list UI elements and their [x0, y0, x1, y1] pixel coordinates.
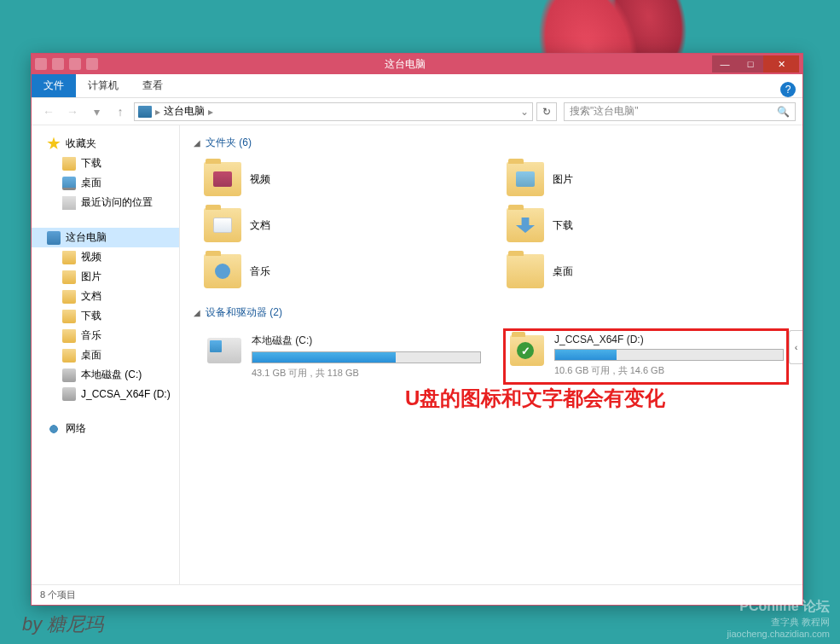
- folder-label: 文档: [250, 218, 270, 233]
- star-icon: [47, 137, 61, 151]
- address-bar[interactable]: ▸ 这台电脑 ▸ ⌄: [134, 102, 533, 121]
- nav-history-dropdown[interactable]: ▾: [86, 102, 107, 122]
- folder-item[interactable]: 音乐: [200, 251, 486, 292]
- minimize-button[interactable]: —: [712, 55, 738, 73]
- sidebar-item-label: 桌面: [81, 348, 101, 363]
- search-placeholder: 搜索"这台电脑": [570, 104, 639, 119]
- folder-icon: [204, 208, 241, 242]
- sidebar-item[interactable]: 下载: [32, 154, 179, 173]
- sidebar-network-label: 网络: [66, 421, 86, 436]
- maximize-button[interactable]: □: [738, 55, 763, 73]
- navigation-sidebar: 收藏夹 下载桌面最近访问的位置 这台电脑 视频图片文档下载音乐桌面本地磁盘 (C…: [32, 125, 180, 584]
- collapse-caret-icon: ◢: [194, 308, 200, 317]
- sidebar-network-header[interactable]: 网络: [32, 419, 179, 438]
- content-area: 收藏夹 下载桌面最近访问的位置 这台电脑 视频图片文档下载音乐桌面本地磁盘 (C…: [32, 125, 802, 584]
- sidebar-item-label: 下载: [81, 156, 101, 171]
- folder-item[interactable]: 文档: [200, 205, 486, 246]
- breadcrumb-pc-icon: [138, 106, 152, 118]
- folder-icon: [62, 349, 76, 363]
- watermark: PConline 论坛 查字典 教程网 jiaocheng.chazidian.…: [727, 598, 830, 639]
- drive-item[interactable]: J_CCSA_X64F (D:) 10.6 GB 可用 , 共 14.6 GB: [503, 328, 789, 385]
- folder-icon: [204, 162, 241, 196]
- section-header-drives[interactable]: ◢ 设备和驱动器 (2): [194, 305, 789, 320]
- ribbon-tab-file[interactable]: 文件: [32, 74, 76, 97]
- drive-item[interactable]: 本地磁盘 (C:) 43.1 GB 可用 , 共 118 GB: [200, 328, 486, 385]
- sidebar-thispc-header[interactable]: 这台电脑: [32, 228, 179, 247]
- folder-icon: [62, 270, 76, 284]
- folder-item[interactable]: 视频: [200, 159, 486, 200]
- qat-dropdown-icon[interactable]: [86, 58, 98, 70]
- main-panel: ◢ 文件夹 (6) 视频图片文档下载音乐桌面 ◢ 设备和驱动器 (2) 本地磁盘…: [180, 125, 802, 584]
- collapse-caret-icon: ◢: [194, 138, 200, 148]
- folder-grid: 视频图片文档下载音乐桌面: [200, 159, 789, 292]
- sidebar-item[interactable]: 图片: [32, 267, 179, 287]
- drive-info: J_CCSA_X64F (D:) 10.6 GB 可用 , 共 14.6 GB: [554, 334, 784, 380]
- status-bar: 8 个项目: [32, 584, 802, 605]
- folder-item[interactable]: 下载: [503, 205, 789, 246]
- search-icon[interactable]: 🔍: [777, 106, 790, 118]
- section-drives-label: 设备和驱动器 (2): [206, 305, 282, 320]
- folder-item[interactable]: 桌面: [503, 251, 789, 292]
- preview-pane-toggle[interactable]: ‹: [789, 330, 802, 364]
- folder-icon: [62, 387, 76, 401]
- status-item-count: 8 个项目: [40, 589, 76, 601]
- folder-icon: [62, 177, 76, 190]
- drive-capacity-bar: [252, 351, 481, 363]
- sidebar-item[interactable]: 桌面: [32, 173, 179, 193]
- sidebar-item[interactable]: J_CCSA_X64F (D:): [32, 385, 179, 403]
- nav-back-button[interactable]: ←: [38, 102, 59, 122]
- ribbon-tab-computer[interactable]: 计算机: [76, 74, 130, 97]
- qat-icon-2[interactable]: [69, 58, 81, 70]
- breadcrumb-text[interactable]: 这台电脑: [164, 104, 205, 119]
- explorer-window: 这台电脑 — □ ✕ 文件 计算机 查看 ? ← → ▾ ↑ ▸ 这台电脑 ▸ …: [31, 53, 803, 606]
- ribbon-tab-view[interactable]: 查看: [130, 74, 175, 97]
- window-title: 这台电脑: [98, 57, 712, 72]
- folder-label: 音乐: [250, 264, 270, 279]
- section-folders-label: 文件夹 (6): [206, 136, 252, 150]
- search-box[interactable]: 搜索"这台电脑" 🔍: [564, 102, 796, 121]
- titlebar[interactable]: 这台电脑 — □ ✕: [32, 54, 802, 74]
- drive-capacity-bar: [554, 349, 784, 361]
- sidebar-favorites-header[interactable]: 收藏夹: [32, 134, 179, 154]
- sidebar-group-favorites: 收藏夹 下载桌面最近访问的位置: [32, 134, 179, 212]
- sidebar-item[interactable]: 音乐: [32, 326, 179, 345]
- breadcrumb-separator[interactable]: ▸: [208, 106, 213, 118]
- folder-icon: [204, 254, 241, 288]
- folder-icon: [507, 208, 544, 242]
- watermark-line-3: jiaocheng.chazidian.com: [727, 629, 830, 639]
- sidebar-item-label: J_CCSA_X64F (D:): [81, 388, 171, 400]
- sidebar-item[interactable]: 最近访问的位置: [32, 193, 179, 212]
- sidebar-item[interactable]: 文档: [32, 287, 179, 306]
- sidebar-item[interactable]: 视频: [32, 247, 179, 267]
- sidebar-item-label: 桌面: [81, 176, 101, 190]
- drive-status: 10.6 GB 可用 , 共 14.6 GB: [554, 364, 784, 377]
- attribution-text: by 糖尼玛: [22, 612, 103, 637]
- breadcrumb-separator[interactable]: ▸: [155, 106, 160, 118]
- section-header-folders[interactable]: ◢ 文件夹 (6): [194, 136, 789, 150]
- watermark-line-1: PConline 论坛: [727, 598, 830, 616]
- nav-forward-button[interactable]: →: [62, 102, 83, 122]
- sidebar-item-label: 下载: [81, 309, 101, 323]
- folder-icon: [62, 157, 76, 171]
- sidebar-item-label: 音乐: [81, 328, 101, 343]
- help-icon[interactable]: ?: [780, 82, 796, 97]
- address-dropdown-icon[interactable]: ⌄: [520, 106, 529, 118]
- folder-icon: [62, 290, 76, 304]
- sidebar-item-label: 本地磁盘 (C:): [81, 368, 142, 382]
- folder-icon: [62, 310, 76, 323]
- nav-up-button[interactable]: ↑: [110, 102, 130, 122]
- system-menu-icon[interactable]: [35, 58, 47, 70]
- sidebar-item[interactable]: 下载: [32, 306, 179, 326]
- folder-icon: [62, 196, 76, 210]
- ribbon-tabs: 文件 计算机 查看 ?: [32, 74, 802, 98]
- sidebar-item[interactable]: 桌面: [32, 345, 179, 365]
- folder-label: 桌面: [553, 264, 573, 279]
- close-button[interactable]: ✕: [763, 55, 799, 73]
- sidebar-item[interactable]: 本地磁盘 (C:): [32, 365, 179, 385]
- network-icon: [47, 422, 61, 436]
- folder-icon: [62, 368, 76, 382]
- qat-icon-1[interactable]: [52, 58, 64, 70]
- drive-name: J_CCSA_X64F (D:): [554, 334, 784, 345]
- refresh-button[interactable]: ↻: [536, 102, 557, 121]
- folder-item[interactable]: 图片: [503, 159, 789, 200]
